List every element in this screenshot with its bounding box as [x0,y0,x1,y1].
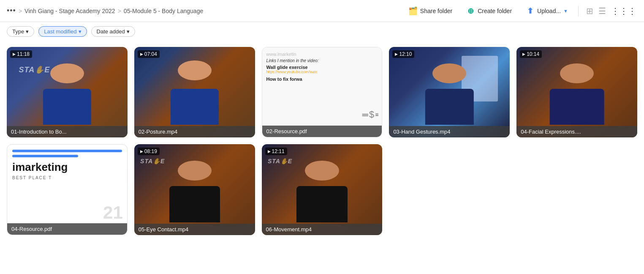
list-item[interactable]: www.imarketin Links I mention in the vid… [262,47,383,137]
duration-badge-4: ▶ 12:10 [392,50,414,58]
duration-text-4: 12:10 [399,51,412,57]
pdf-link: https://www.youtube.com/watc [266,70,378,74]
pdf-text3: How to fix forwa [266,77,378,82]
last-modified-filter-label: Last modified [44,28,76,35]
resource-bar2 [12,155,78,157]
filter-bar: Type ▾ Last modified ▾ Date added ▾ [0,22,644,40]
duration-text-7: 08:19 [144,148,157,154]
duration-text-1: 11:18 [17,51,30,57]
view-toggles: ⊞ ☰ ⋮⋮⋮ [585,5,637,17]
resource-bar1 [12,150,122,152]
duration-text-2: 07:04 [144,51,157,57]
play-icon-4: ▶ [395,52,398,56]
type-filter-chevron: ▾ [26,28,29,35]
breadcrumb-sep1: > [19,8,22,14]
pdf-watermark: www.imarketin [266,52,378,57]
breadcrumb: ••• > Vinh Giang - Stage Academy 2022 > … [7,6,203,15]
person-head-1 [50,63,84,83]
thumbnail-01: STA✋E ▶ 11:18 01-Introduction to Bo... [7,47,128,137]
play-icon-1: ▶ [13,52,16,56]
type-filter-button[interactable]: Type ▾ [7,26,34,37]
person-body-7 [169,186,220,222]
list-item[interactable]: ▶ 10:14 04-Facial Expressions.... [516,47,637,137]
list-item[interactable]: STA✋E ▶ 08:19 05-Eye Contact.mp4 [134,144,255,235]
thumbnail-05: ▶ 10:14 04-Facial Expressions.... [516,47,637,137]
play-icon-5: ▶ [522,52,525,56]
toolbar-separator [578,6,579,16]
stage-logo-8: STA✋E [268,158,292,164]
share-folder-button[interactable]: 🗂️ Share folder [405,5,456,17]
duration-badge-7: ▶ 08:19 [138,148,160,155]
file-label-5: 04-Facial Expressions.... [516,126,637,137]
person-body-8 [296,186,347,222]
create-folder-icon: ⊕ [466,6,475,16]
breadcrumb-item2[interactable]: 05-Module 5 - Body Language [124,8,203,14]
play-icon-8: ▶ [268,149,271,153]
view-grid-large-icon[interactable]: ⊞ [585,5,594,17]
file-label-7: 05-Eye Contact.mp4 [134,224,255,235]
file-grid: STA✋E ▶ 11:18 01-Introduction to Bo... ▶… [0,40,644,242]
person-body-5 [550,89,604,125]
stage-logo-1: STA✋E [19,65,50,74]
breadcrumb-item1[interactable]: Vinh Giang - Stage Academy 2022 [24,8,115,14]
person-head-2 [178,60,212,80]
person-body-4 [425,89,473,125]
person-head-8 [305,161,339,181]
list-item[interactable]: imarketing BEST PLACE T 21 04-Resource.p… [7,144,128,235]
date-added-filter-button[interactable]: Date added ▾ [91,26,135,37]
breadcrumb-sep2: > [118,8,121,14]
duration-text-8: 12:11 [272,148,285,154]
duration-text-5: 10:14 [527,51,539,57]
last-modified-chevron: ▾ [79,28,82,35]
file-label-6: 04-Resource.pdf [7,223,127,235]
duration-badge-1: ▶ 11:18 [10,50,32,58]
resource-number-text: 21 [103,203,123,223]
list-item[interactable]: STA✋E ▶ 12:11 06-Movement.mp4 [262,144,383,235]
person-head-4 [432,63,466,83]
share-folder-icon: 🗂️ [408,6,418,16]
upload-dropdown-arrow[interactable]: ▼ [563,8,568,14]
pdf-text1: Links I mention in the video: [266,58,378,63]
pdf-text2: Wall glide exercise [266,65,378,70]
top-actions: 🗂️ Share folder ⊕ Create folder ⬆ Upload… [405,5,637,17]
thumbnail-02: ▶ 07:04 02-Posture.mp4 [134,47,255,137]
view-grid-icon[interactable]: ⋮⋮⋮ [610,5,637,17]
person-head-5 [560,63,594,83]
date-added-filter-label: Date added [97,28,125,35]
duration-badge-2: ▶ 07:04 [138,50,160,58]
top-bar: ••• > Vinh Giang - Stage Academy 2022 > … [0,0,644,22]
thumbnail-04: ▶ 12:10 03-Hand Gestures.mp4 [389,47,510,137]
stage-logo-7: STA✋E [140,158,165,164]
type-filter-label: Type [12,28,24,35]
upload-button[interactable]: ⬆ Upload... ▼ [522,5,571,17]
share-folder-label: Share folder [420,8,452,14]
play-icon-2: ▶ [140,52,143,56]
resource-tagline-text: BEST PLACE T [12,175,122,180]
view-list-icon[interactable]: ☰ [598,5,607,17]
duration-badge-5: ▶ 10:14 [520,50,542,58]
file-label-2: 02-Posture.mp4 [134,126,255,137]
list-item[interactable]: ▶ 12:10 03-Hand Gestures.mp4 [389,47,510,137]
date-added-chevron: ▾ [127,28,130,35]
upload-icon: ⬆ [525,6,535,16]
create-folder-label: Create folder [478,8,512,14]
thumbnail-07: STA✋E ▶ 08:19 05-Eye Contact.mp4 [134,144,255,235]
list-item[interactable]: ▶ 07:04 02-Posture.mp4 [134,47,255,137]
thumbnail-03: www.imarketin Links I mention in the vid… [262,47,382,137]
duration-badge-8: ▶ 12:11 [265,148,287,155]
resource-brand-text: imarketing [12,161,122,174]
file-label-8: 06-Movement.mp4 [262,224,383,235]
pdf-dollar-icon: ═ $ ≡ [362,109,379,120]
thumbnail-08: STA✋E ▶ 12:11 06-Movement.mp4 [262,144,383,235]
person-body-1 [43,89,91,125]
file-label-3: 02-Resource.pdf [262,126,382,137]
upload-label: Upload... [537,8,561,14]
resource-pdf-thumb: imarketing BEST PLACE T 21 04-Resource.p… [7,145,127,234]
last-modified-filter-button[interactable]: Last modified ▾ [38,26,87,37]
list-item[interactable]: STA✋E ▶ 11:18 01-Introduction to Bo... [7,47,128,137]
create-folder-button[interactable]: ⊕ Create folder [462,5,515,17]
file-label-4: 03-Hand Gestures.mp4 [389,126,510,137]
file-label-1: 01-Introduction to Bo... [7,126,128,137]
play-icon-7: ▶ [140,149,143,153]
breadcrumb-dots[interactable]: ••• [7,6,16,15]
